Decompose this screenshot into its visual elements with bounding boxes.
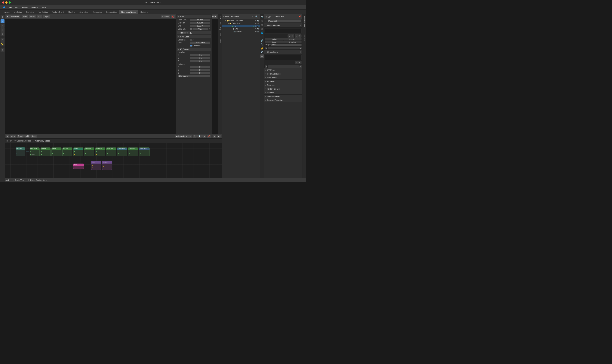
cursor-rx-value[interactable]: 0° (190, 66, 210, 68)
vg-up-btn[interactable]: ▲ (288, 34, 291, 38)
node-5[interactable]: Join Geo (62, 147, 72, 156)
blender-menu[interactable]: 🔷 (1, 6, 7, 9)
node-sub-1[interactable]: Math (91, 161, 101, 170)
n-panel-view-header[interactable]: ▾ View (177, 15, 211, 18)
fr-icon-output[interactable]: 🖥 (260, 19, 264, 23)
node-sub-2[interactable]: Random (102, 161, 112, 170)
vtl-edit[interactable]: Edit (219, 32, 221, 37)
cursor-rotation-mode[interactable]: XYZ Euler ▾ (178, 75, 210, 77)
maximize-button[interactable] (9, 1, 11, 4)
add-tool[interactable]: + (0, 48, 4, 52)
sk-up-btn[interactable]: ▲ (295, 61, 298, 64)
vtl-realtime-materials[interactable]: Realtime Materials (303, 15, 305, 29)
transform-tool[interactable]: ⊕ (0, 32, 4, 36)
vtl-view[interactable]: View (219, 26, 221, 32)
sk-add-btn[interactable]: + (300, 51, 301, 53)
ci-render-cam[interactable]: 📷 (257, 31, 259, 32)
move-tool[interactable]: ↔ (0, 19, 4, 23)
node-select-menu[interactable]: Select (17, 135, 24, 138)
edit-menu[interactable]: Edit (14, 6, 20, 9)
ci-render-col[interactable]: 📷 (257, 23, 259, 24)
uv-maps-header[interactable]: ▸ UV Maps (265, 68, 302, 72)
shape-keys-header[interactable]: ▾ Shape Keys + (265, 50, 302, 54)
n-panel-render-region-header[interactable]: ▸ Render Reg... (177, 31, 211, 34)
vg-expand-btn[interactable]: ▶ (299, 47, 302, 50)
camera-object-item[interactable]: 📷 Camera 👁 📷 (222, 30, 260, 33)
ci-vis-sc[interactable]: 👁 (255, 20, 256, 22)
node-add-menu[interactable]: Add (24, 135, 30, 138)
face-maps-header[interactable]: ▸ Face Maps (265, 76, 302, 79)
node-close-icon[interactable]: ✕ (202, 135, 206, 138)
ci-vis-cam[interactable]: 👁 (255, 31, 256, 32)
fr-icon-view[interactable]: ◉ (260, 23, 264, 26)
tab-geometry-nodes[interactable]: Geometry Nodes (119, 10, 138, 14)
camera-to-checkbox[interactable] (190, 45, 192, 47)
node-overlay-btn[interactable]: ◉ (217, 135, 221, 138)
ci-vis-col[interactable]: 👁 (255, 23, 256, 24)
annotate-tool[interactable]: ✏ (0, 38, 4, 42)
ci-vis-bg[interactable]: 👁 (255, 28, 256, 30)
viewport-mode-selector[interactable]: ▾ Object Mode (6, 15, 20, 18)
node-copy-icon[interactable]: 📋 (197, 135, 202, 138)
node-6[interactable]: Set Pos (73, 147, 83, 156)
tab-scripting[interactable]: Scripting (138, 10, 150, 14)
vg-down-btn[interactable]: ▼ (291, 34, 294, 38)
fr-icon-constraints[interactable]: 🔗 (260, 39, 264, 42)
node-2[interactable]: Mesh to Pts Mesh Points (30, 147, 40, 156)
node-shield-icon[interactable]: 🛡 (193, 135, 197, 138)
ci-render-gn[interactable]: 📷 (257, 25, 259, 27)
tab-shading[interactable]: Shading (66, 10, 77, 14)
fr-icon-render[interactable]: 📷 (260, 15, 264, 19)
node-10[interactable]: Convex Hull (117, 147, 127, 156)
cursor-z-value[interactable]: 0 m (190, 60, 210, 62)
measure-tool[interactable]: 📏 (0, 42, 4, 46)
breadcrumb-geo-nodes[interactable]: GeometryNodes (16, 140, 31, 142)
vg-collapse-btn[interactable]: ◀ (265, 47, 267, 50)
local-camera-value[interactable]: Ca... (193, 28, 208, 30)
help-menu[interactable]: Help (40, 6, 47, 9)
node-pin-icon[interactable]: 📌 (207, 135, 211, 138)
remesh-header[interactable]: ▸ Remesh (265, 91, 302, 95)
breadcrumb-final[interactable]: Geometry Nodes (35, 140, 50, 142)
node-11[interactable]: Set Shade (128, 147, 138, 156)
node-editor-canvas[interactable]: Group Input (5, 143, 222, 182)
node-8[interactable]: Scale Elem (95, 147, 105, 156)
vg-deselect-btn[interactable]: Deselect (283, 41, 301, 43)
custom-properties-header[interactable]: ▸ Custom Properties (265, 98, 302, 102)
lock-value[interactable]: To 3D Cursor (190, 41, 210, 44)
file-menu[interactable]: File (7, 6, 13, 9)
outline-filter[interactable]: ⚙ (251, 15, 254, 18)
cursor-tool[interactable]: ✛ (0, 15, 4, 19)
close-button[interactable] (2, 1, 4, 4)
n-panel-view-lock-header[interactable]: ▾ View Lock (177, 35, 211, 38)
fr-icon-modifiers[interactable]: 🔧 (260, 43, 264, 46)
vg-remove-action-btn[interactable]: Remove (283, 38, 301, 40)
node-view-menu[interactable]: View (10, 135, 16, 138)
node-snap-btn[interactable]: ⊞ (213, 135, 216, 138)
vg-divider[interactable] (268, 47, 299, 50)
collection-item[interactable]: ▾ 📁 Collection 👁 📷 (222, 22, 260, 25)
tab-animation[interactable]: Animation (78, 10, 91, 14)
fr-icon-data[interactable]: ◻ (260, 54, 264, 58)
clip-start-value[interactable]: 0.01 m (190, 22, 210, 24)
attributes-header[interactable]: ▸ Attributes (265, 79, 302, 83)
vtl-create[interactable]: Create (219, 38, 221, 44)
scale-tool[interactable]: ⤡ (0, 28, 4, 32)
sk-divider[interactable] (268, 65, 299, 68)
clip-end-value[interactable]: 1000 m (190, 25, 210, 27)
fr-icon-object[interactable]: ▲ (260, 35, 264, 38)
texture-space-header[interactable]: ▸ Texture Space (265, 87, 302, 91)
gn-object-item[interactable]: ▾ ▶ _gn ■ 👁 📷 (222, 25, 260, 27)
vg-sort-btn[interactable]: ↕ (295, 34, 298, 38)
vg-remove-btn[interactable]: ✕ (298, 34, 302, 38)
node-7[interactable]: Transform (84, 147, 94, 156)
fr-icon-world[interactable]: 🌐 (260, 31, 264, 34)
pin-icon[interactable]: 📌 (299, 15, 301, 18)
tab-modeling[interactable]: Modeling (12, 10, 24, 14)
geometry-data-header[interactable]: ▸ Geometry Data (265, 95, 302, 98)
vg-select-btn[interactable]: Select (265, 41, 283, 43)
vtl-commotion[interactable]: Commotion (303, 33, 305, 42)
color-attributes-header[interactable]: ▸ Color Attributes (265, 72, 302, 76)
node-9[interactable]: Merge by D (106, 147, 116, 156)
lock-obj-eyedropper[interactable]: 🖊 (193, 39, 195, 41)
